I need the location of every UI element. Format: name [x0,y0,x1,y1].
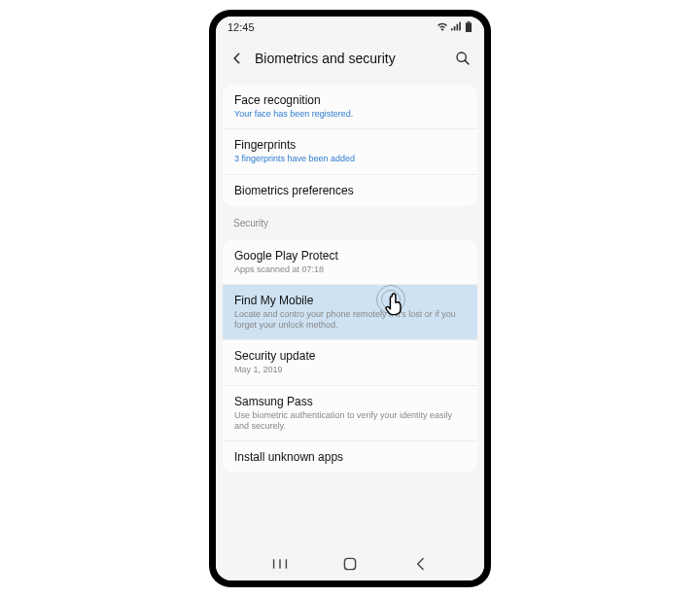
item-title: Find My Mobile [234,294,466,307]
svg-rect-1 [454,26,456,30]
item-title: Security update [234,349,466,363]
item-title: Samsung Pass [234,395,466,408]
svg-rect-5 [466,22,472,32]
item-subtitle: Locate and contro your phone remotely if… [234,309,466,332]
face-recognition-item[interactable]: Face recognition Your face has been regi… [223,85,477,128]
security-section-header: Security [216,206,484,234]
item-subtitle: 3 fingerprints have been added [234,154,466,164]
item-title: Fingerprints [234,138,466,152]
samsung-pass-item[interactable]: Samsung Pass Use biometric authenticatio… [223,385,477,441]
item-title: Biometrics preferences [234,184,466,197]
nav-back-button[interactable] [401,554,439,574]
status-time: 12:45 [228,21,255,33]
wifi-icon [437,21,448,33]
fingerprints-item[interactable]: Fingerprints 3 fingerprints have been ad… [223,128,477,173]
status-right [437,21,472,34]
svg-rect-0 [451,28,453,30]
search-button[interactable] [453,49,472,68]
svg-line-7 [465,60,469,64]
navigation-bar [216,547,484,580]
page-title: Biometrics and security [255,51,453,66]
biometrics-card: Face recognition Your face has been regi… [223,85,477,206]
item-title: Face recognition [234,93,466,107]
item-subtitle: Apps scanned at 07:18 [234,264,466,275]
google-play-protect-item[interactable]: Google Play Protect Apps scanned at 07:1… [223,240,477,284]
svg-rect-2 [457,24,459,31]
settings-list: Face recognition Your face has been regi… [216,79,484,547]
svg-rect-11 [344,558,355,569]
item-subtitle: Use biometric authentication to verify y… [234,410,466,433]
status-bar: 12:45 [216,17,484,38]
back-button[interactable] [228,49,247,68]
app-header: Biometrics and security [216,38,484,79]
item-title: Install unknown apps [234,450,466,464]
battery-icon [465,21,472,34]
phone-frame: 12:45 Biometrics and security [209,10,491,587]
svg-rect-3 [459,22,461,31]
install-unknown-apps-item[interactable]: Install unknown apps [223,440,477,473]
recents-button[interactable] [261,554,299,574]
signal-icon [451,21,462,33]
screen: 12:45 Biometrics and security [216,17,484,580]
security-update-item[interactable]: Security update May 1, 2019 [223,339,477,384]
svg-rect-4 [468,21,470,22]
find-my-mobile-item[interactable]: Find My Mobile Locate and contro your ph… [223,284,477,340]
security-card: Google Play Protect Apps scanned at 07:1… [223,240,477,474]
home-button[interactable] [331,554,369,574]
biometrics-preferences-item[interactable]: Biometrics preferences [223,174,477,206]
item-subtitle: Your face has been registered. [234,109,466,120]
item-title: Google Play Protect [234,249,466,263]
item-subtitle: May 1, 2019 [234,365,466,375]
